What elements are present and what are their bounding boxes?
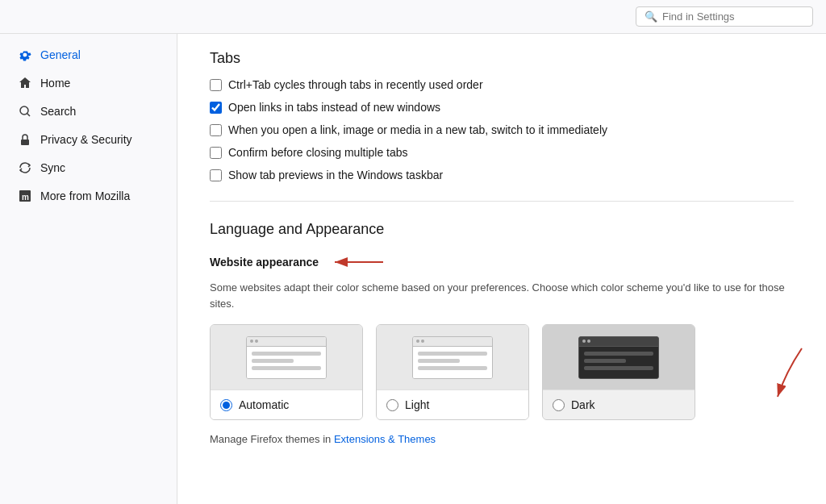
dark-label: Dark xyxy=(571,398,595,411)
automatic-browser-mock xyxy=(246,336,327,379)
open-links-checkbox[interactable] xyxy=(210,102,222,114)
appearance-description: Some websites adapt their color scheme b… xyxy=(210,280,794,311)
mock-titlebar-light xyxy=(413,337,492,347)
confirm-close-label: Confirm before closing multiple tabs xyxy=(228,146,408,159)
search-icon: 🔍 xyxy=(645,10,657,23)
main-layout: General Home Search xyxy=(0,34,826,504)
ctrl-tab-checkbox[interactable] xyxy=(210,79,222,91)
sidebar-item-privacy[interactable]: Privacy & Security xyxy=(5,126,172,153)
tabs-checkboxes: Ctrl+Tab cycles through tabs in recently… xyxy=(210,78,794,181)
search-icon xyxy=(18,104,32,119)
dark-radio[interactable] xyxy=(553,399,565,411)
dark-radio-row[interactable]: Dark xyxy=(543,389,695,419)
sidebar-privacy-label: Privacy & Security xyxy=(40,133,132,146)
sidebar-item-general[interactable]: General xyxy=(5,41,172,69)
appearance-label-text: Website appearance xyxy=(210,256,319,269)
sidebar-item-sync[interactable]: Sync xyxy=(5,154,172,181)
mock-body xyxy=(247,347,326,378)
tab-previews-label: Show tab previews in the Windows taskbar xyxy=(228,169,443,181)
language-section-title: Language and Appearance xyxy=(210,221,794,238)
checkbox-tab-previews[interactable]: Show tab previews in the Windows taskbar xyxy=(210,169,794,181)
extensions-themes-link[interactable]: Extensions & Themes xyxy=(334,433,436,445)
light-radio[interactable] xyxy=(386,399,398,411)
sidebar-general-label: General xyxy=(40,48,81,61)
theme-card-dark[interactable]: Dark xyxy=(542,324,695,420)
light-radio-row[interactable]: Light xyxy=(377,389,528,419)
automatic-label: Automatic xyxy=(239,398,289,411)
sync-icon xyxy=(18,160,32,175)
gear-icon xyxy=(18,48,32,62)
confirm-close-checkbox[interactable] xyxy=(210,147,222,159)
sidebar-sync-label: Sync xyxy=(40,161,65,174)
light-label: Light xyxy=(405,398,429,411)
tab-previews-checkbox[interactable] xyxy=(210,169,222,181)
switch-tab-label: When you open a link, image or media in … xyxy=(228,123,607,136)
dark-preview xyxy=(543,325,695,389)
home-icon xyxy=(18,76,32,90)
lock-icon xyxy=(18,132,32,147)
automatic-radio-row[interactable]: Automatic xyxy=(211,389,362,419)
open-links-label: Open links in tabs instead of new window… xyxy=(228,101,440,114)
svg-rect-2 xyxy=(21,140,29,145)
light-preview xyxy=(377,325,528,389)
checkbox-switch-tab[interactable]: When you open a link, image or media in … xyxy=(210,123,794,136)
automatic-radio[interactable] xyxy=(220,399,232,411)
mozilla-icon: m xyxy=(18,189,32,203)
mock-body-dark xyxy=(579,347,658,378)
sidebar-item-home[interactable]: Home xyxy=(5,69,172,97)
sidebar-search-label: Search xyxy=(40,105,76,118)
section-divider xyxy=(210,201,794,202)
ctrl-tab-label: Ctrl+Tab cycles through tabs in recently… xyxy=(228,78,483,91)
sidebar-home-label: Home xyxy=(40,77,70,90)
theme-card-light[interactable]: Light xyxy=(376,324,529,420)
mock-titlebar xyxy=(247,337,326,347)
manage-themes-text: Manage Firefox themes in Extensions & Th… xyxy=(210,433,794,445)
svg-line-1 xyxy=(27,114,31,117)
appearance-label-row: Website appearance xyxy=(210,251,794,273)
dark-browser-mock xyxy=(578,336,659,379)
content-area: Tabs Ctrl+Tab cycles through tabs in rec… xyxy=(177,34,826,504)
find-in-settings-box[interactable]: 🔍 xyxy=(636,6,813,27)
arrow-to-label-icon xyxy=(327,251,391,273)
tabs-section: Tabs Ctrl+Tab cycles through tabs in rec… xyxy=(210,50,794,181)
sidebar-item-search[interactable]: Search xyxy=(5,98,172,125)
checkbox-open-links[interactable]: Open links in tabs instead of new window… xyxy=(210,101,794,114)
automatic-preview xyxy=(211,325,362,389)
checkbox-ctrl-tab[interactable]: Ctrl+Tab cycles through tabs in recently… xyxy=(210,78,794,91)
top-bar: 🔍 xyxy=(0,0,826,34)
language-section: Language and Appearance Website appearan… xyxy=(210,221,794,445)
sidebar-mozilla-label: More from Mozilla xyxy=(40,190,130,202)
sidebar-item-mozilla[interactable]: m More from Mozilla xyxy=(5,182,172,210)
mock-body-light xyxy=(413,347,492,378)
svg-text:m: m xyxy=(22,193,29,202)
find-in-settings-input[interactable] xyxy=(662,10,804,23)
theme-card-automatic[interactable]: Automatic xyxy=(210,324,363,420)
theme-options: Automatic xyxy=(210,324,794,420)
switch-tab-checkbox[interactable] xyxy=(210,124,222,136)
sidebar: General Home Search xyxy=(0,34,177,504)
tabs-section-title: Tabs xyxy=(210,50,794,67)
light-browser-mock xyxy=(412,336,493,379)
mock-titlebar-dark xyxy=(579,337,658,347)
checkbox-confirm-close[interactable]: Confirm before closing multiple tabs xyxy=(210,146,794,159)
